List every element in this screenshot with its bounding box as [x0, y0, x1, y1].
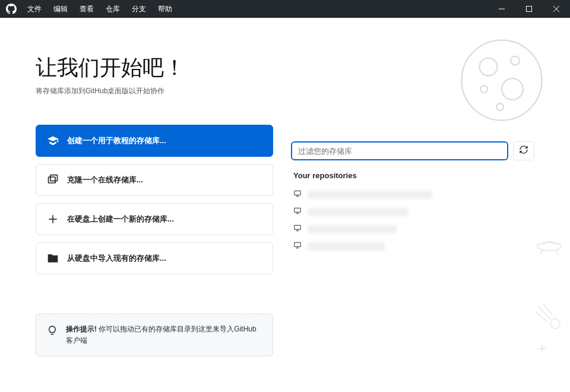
svg-point-10: [537, 242, 561, 251]
action-label: 从硬盘中导入现有的存储库...: [67, 253, 166, 264]
menu-file[interactable]: 文件: [23, 2, 46, 17]
repo-name-redacted: [308, 242, 385, 251]
repo-item[interactable]: [291, 238, 534, 255]
repo-name-redacted: [308, 225, 397, 233]
welcome-subtitle: 将存储库添加到GitHub桌面版以开始协作: [36, 86, 273, 96]
close-button[interactable]: [543, 0, 570, 18]
lightbulb-icon: [47, 325, 58, 346]
clone-icon: [47, 174, 59, 186]
create-tutorial-repo-button[interactable]: 创建一个用于教程的存储库...: [36, 125, 273, 157]
svg-rect-32: [294, 242, 301, 246]
ufo-icon: [534, 232, 564, 255]
action-label: 克隆一个在线存储库...: [67, 175, 143, 185]
menu-branch[interactable]: 分支: [127, 2, 151, 17]
your-repositories-header: Your repositories: [293, 171, 534, 180]
desktop-icon: [293, 189, 302, 200]
svg-rect-29: [294, 225, 301, 229]
menu-help[interactable]: 帮助: [153, 2, 177, 17]
menu-edit[interactable]: 编辑: [49, 2, 72, 17]
star-icon: [538, 344, 546, 353]
minimize-button[interactable]: [488, 0, 515, 18]
svg-rect-23: [294, 191, 301, 195]
folder-icon: [47, 252, 59, 264]
titlebar: 文件 编辑 查看 仓库 分支 帮助: [0, 0, 570, 18]
refresh-button[interactable]: [513, 141, 534, 160]
menu-repo[interactable]: 仓库: [101, 2, 125, 17]
svg-line-14: [537, 306, 551, 320]
desktop-icon: [293, 241, 302, 251]
refresh-icon: [519, 145, 528, 157]
repo-item[interactable]: [291, 186, 534, 203]
plus-icon: [47, 213, 59, 225]
svg-line-16: [536, 312, 547, 322]
repo-name-redacted: [308, 191, 432, 199]
menu-bar: 文件 编辑 查看 仓库 分支 帮助: [23, 2, 177, 17]
svg-rect-20: [50, 175, 58, 181]
desktop-icon: [293, 207, 302, 217]
repo-item[interactable]: [291, 203, 534, 220]
create-new-repo-button[interactable]: 在硬盘上创建一个新的存储库...: [36, 203, 273, 235]
repo-list: [291, 186, 534, 255]
mortarboard-icon: [47, 135, 59, 147]
tip-text: 操作提示! 你可以拖动已有的存储库目录到这里来导入GitHub客户端: [66, 324, 262, 346]
add-local-repo-button[interactable]: 从硬盘中导入现有的存储库...: [36, 242, 273, 274]
clone-repo-button[interactable]: 克隆一个在线存储库...: [36, 164, 273, 196]
svg-rect-1: [527, 7, 532, 12]
welcome-title: 让我们开始吧！: [36, 53, 273, 83]
svg-rect-19: [49, 177, 56, 183]
filter-repos-input[interactable]: [291, 141, 508, 160]
svg-point-13: [550, 319, 560, 328]
repo-name-redacted: [308, 208, 408, 216]
github-logo-icon: [6, 4, 17, 14]
pro-tip: 操作提示! 你可以拖动已有的存储库目录到这里来导入GitHub客户端: [36, 314, 273, 356]
desktop-icon: [293, 224, 302, 234]
comet-icon: [534, 303, 564, 333]
action-label: 创建一个用于教程的存储库...: [67, 135, 166, 146]
repo-item[interactable]: [291, 220, 534, 238]
menu-view[interactable]: 查看: [75, 2, 99, 17]
maximize-button[interactable]: [515, 0, 543, 18]
svg-rect-26: [294, 208, 301, 212]
window-controls: [488, 0, 570, 18]
action-label: 在硬盘上创建一个新的存储库...: [67, 214, 174, 225]
